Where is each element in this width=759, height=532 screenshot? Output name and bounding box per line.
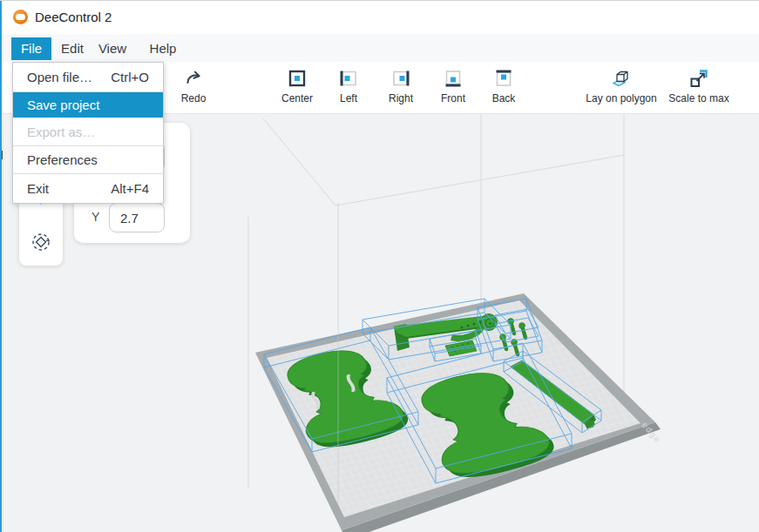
scale-to-max-button[interactable]: Scale to max [660,68,738,104]
axis-y-label: Y [91,210,99,224]
window-left-border [0,1,2,532]
scale-to-max-label: Scale to max [668,92,729,104]
view-right-button[interactable]: Right [377,68,424,104]
view-front-button[interactable]: Front [430,68,477,104]
app-logo-icon [13,10,28,24]
view-center-button[interactable]: Center [271,68,323,104]
rotate-tool-button[interactable] [30,231,52,253]
lay-on-polygon-button[interactable]: Lay on polygon [573,68,669,104]
menu-item-open-file[interactable]: Open file… Ctrl+O [13,63,163,91]
view-front-icon [430,68,477,89]
menu-item-exit[interactable]: Exit Alt+F4 [13,173,163,203]
menu-help[interactable]: Help [143,37,183,60]
redo-label: Redo [181,92,207,104]
menu-file[interactable]: File [11,37,51,60]
view-center-label: Center [281,92,313,104]
axis-y-input[interactable] [109,203,165,232]
menu-edit[interactable]: Edit [54,37,91,60]
view-center-icon [271,68,323,89]
save-project-label: Save project [27,98,99,112]
menu-item-export-as[interactable]: Export as… [13,118,163,145]
view-left-button[interactable]: Left [327,68,370,104]
view-back-label: Back [492,92,516,104]
scale-to-max-icon [660,68,738,89]
redo-icon [167,68,220,89]
menu-item-preferences[interactable]: Preferences [13,145,163,173]
preferences-label: Preferences [27,152,98,167]
view-back-button[interactable]: Back [480,68,527,104]
view-right-label: Right [389,92,413,104]
titlebar: DeeControl 2 [0,1,759,34]
rotate-icon [30,241,52,256]
view-back-icon [480,68,527,89]
menu-item-save-project[interactable]: Save project [13,91,163,118]
export-as-label: Export as… [27,125,95,139]
menu-view[interactable]: View [92,37,132,60]
view-right-icon [377,68,424,89]
view-left-label: Left [340,92,357,104]
file-menu-dropdown: Open file… Ctrl+O Save project Export as… [12,62,164,204]
lay-on-polygon-icon [573,68,669,89]
exit-label: Exit [27,181,49,196]
lay-on-polygon-label: Lay on polygon [586,92,656,104]
view-front-label: Front [441,92,465,104]
menubar: File Edit View Help [0,34,759,62]
window-title: DeeControl 2 [35,10,112,24]
exit-shortcut: Alt+F4 [111,181,149,196]
view-left-icon [327,68,370,89]
open-file-label: Open file… [27,70,92,84]
redo-button[interactable]: Redo [167,68,220,104]
open-file-shortcut: Ctrl+O [111,70,149,84]
deecontrol-window: { "window": { "title": "DeeControl 2" },… [0,0,759,532]
